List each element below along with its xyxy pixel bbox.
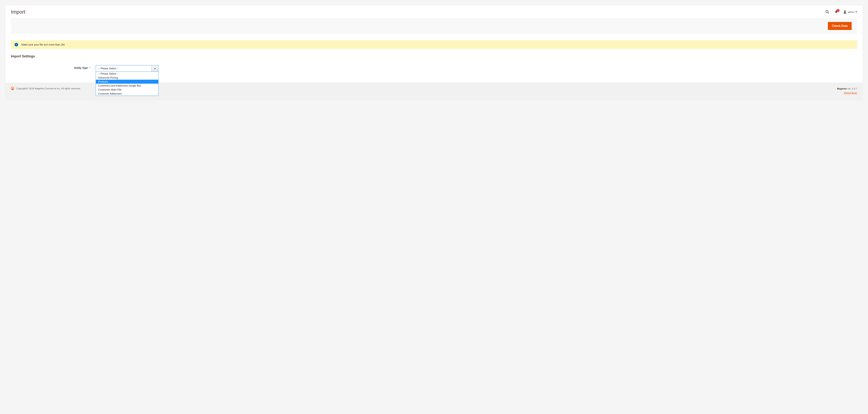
select-display[interactable]: -- Please Select --: [96, 65, 158, 72]
report-bugs-link[interactable]: Report Bugs: [844, 92, 857, 94]
chevron-down-icon: [855, 11, 857, 13]
notification-badge: 1: [837, 9, 839, 12]
dropdown-option[interactable]: Customers Main File: [96, 88, 158, 92]
svg-point-0: [826, 10, 828, 13]
account-menu[interactable]: admin: [843, 10, 857, 14]
select-arrow-button[interactable]: [151, 65, 158, 71]
section-title: Import Settings: [11, 55, 857, 58]
entity-type-row: Entity Type * -- Please Select -- -- Ple…: [11, 65, 857, 72]
dropdown-option[interactable]: Customers and Addresses (single file): [96, 84, 158, 88]
search-button[interactable]: [825, 10, 829, 14]
entity-type-dropdown: -- Please Select --Advanced PricingProdu…: [96, 72, 158, 96]
account-name: admin: [848, 11, 854, 13]
dropdown-option[interactable]: -- Please Select --: [96, 72, 158, 76]
magento-logo-icon: [11, 87, 14, 90]
copyright-text: Copyright© 2016 Magento Commerce Inc. Al…: [17, 87, 81, 90]
page-container: Import 1 admin: [5, 5, 863, 100]
entity-type-select[interactable]: -- Please Select -- -- Please Select --A…: [96, 65, 158, 72]
page-header: Import 1 admin: [5, 5, 863, 19]
dropdown-option[interactable]: Advanced Pricing: [96, 76, 158, 80]
action-bar: Check Data: [11, 19, 857, 33]
notifications-button[interactable]: 1: [834, 10, 838, 14]
triangle-up-icon: [154, 68, 156, 69]
footer-right: Magento ver. 2.0.7 Report Bugs: [837, 87, 857, 95]
svg-point-2: [844, 10, 845, 12]
page-title: Import: [11, 9, 25, 15]
notice-text: Make sure your file isn't more than 2M.: [22, 43, 65, 46]
check-data-button[interactable]: Check Data: [828, 22, 851, 30]
dropdown-option[interactable]: Products: [96, 80, 158, 84]
info-icon: i: [14, 43, 18, 46]
svg-line-1: [828, 12, 829, 13]
entity-type-label: Entity Type: [74, 66, 88, 69]
entity-type-label-wrap: Entity Type *: [11, 65, 96, 69]
select-value: -- Please Select --: [96, 65, 151, 71]
header-actions: 1 admin: [825, 10, 857, 14]
search-icon: [825, 10, 829, 14]
required-mark: *: [89, 66, 90, 69]
user-icon: [843, 10, 847, 14]
footer-version: ver. 2.0.7: [847, 87, 857, 90]
footer-brand: Magento: [837, 87, 846, 90]
dropdown-option[interactable]: Customer Addresses: [96, 92, 158, 96]
footer-left: Copyright© 2016 Magento Commerce Inc. Al…: [11, 87, 81, 90]
notice-banner: i Make sure your file isn't more than 2M…: [11, 40, 857, 49]
